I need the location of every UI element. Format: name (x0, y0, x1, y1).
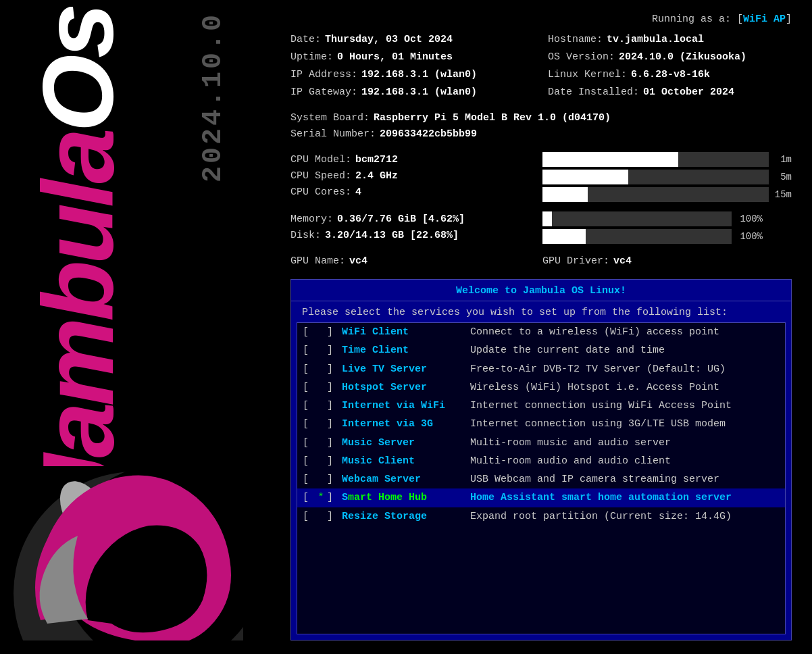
mem-disk-bars: 100% 100% (542, 211, 792, 244)
service-item[interactable]: [ ] Live TV Server Free-to-Air DVB-T2 TV… (297, 360, 785, 378)
disk-value: 3.20/14.13 GB [22.68%] (325, 228, 459, 244)
load-bar-5m: 5m (542, 170, 792, 184)
date-label: Date: (290, 32, 321, 48)
service-bracket-open: [ (303, 509, 315, 524)
hostname-value: tv.jambula.local (607, 32, 704, 48)
service-desc: Update the current date and time (470, 343, 780, 358)
service-bracket-close: ] (327, 361, 339, 377)
service-first-letter: W (342, 474, 348, 485)
service-item[interactable]: [ * ] Smart Home Hub Home Assistant smar… (297, 488, 785, 507)
service-first-letter: H (342, 382, 348, 393)
ip-value: 192.168.3.1 (wlan0) (361, 67, 477, 83)
disk-bar-row: 100% (542, 229, 792, 244)
cpu-info: CPU Model: bcm2712 CPU Speed: 2.4 GHz CP… (290, 152, 540, 201)
cpu-cores-value: 4 (355, 184, 361, 201)
mem-bar-label: 100% (736, 213, 763, 224)
memory-label: Memory: (290, 211, 333, 228)
service-bracket-open: [ (303, 490, 315, 505)
load-5m-label: 5m (773, 172, 792, 182)
mem-bar-row: 100% (542, 211, 792, 226)
service-desc: Expand root partition (Current size: 14.… (470, 509, 780, 524)
gateway-row: IP Gateway: 192.168.3.1 (wlan0) (290, 84, 534, 101)
kernel-value: 6.6.28-v8-16k (631, 67, 710, 83)
memory-disk-info: Memory: 0.36/7.76 GiB [4.62%] Disk: 3.20… (290, 211, 540, 244)
service-item[interactable]: [ ] Hotspot Server Wireless (WiFi) Hotsp… (297, 378, 785, 397)
version-label: 2024.10.0 (198, 12, 228, 182)
load-bar-15m: 15m (542, 187, 792, 202)
service-desc: Internet connection using 3G/LTE USB mod… (470, 416, 780, 432)
memory-disk-section: Memory: 0.36/7.76 GiB [4.62%] Disk: 3.20… (290, 211, 792, 244)
jambula-logo (14, 451, 243, 640)
service-desc: Internet connection using WiFi Access Po… (470, 398, 780, 413)
service-first-letter: R (342, 511, 348, 522)
running-as-label: Running as a: (652, 14, 731, 25)
service-item[interactable]: [ ] Internet via 3G Internet connection … (297, 415, 785, 433)
service-bracket-close: ] (327, 324, 339, 340)
service-name: WiFi Client (342, 324, 470, 340)
service-name: Internet via WiFi (342, 398, 470, 413)
services-list: [ ] WiFi Client Connect to a wireless (W… (297, 322, 786, 634)
service-desc: Wireless (WiFi) Hotspot i.e. Access Poin… (470, 380, 780, 395)
service-bracket-close: ] (327, 380, 339, 395)
service-first-letter: T (342, 345, 348, 356)
info-grid: Date: Thursday, 03 Oct 2024 Hostname: tv… (290, 32, 792, 101)
service-bracket-close: ] (327, 509, 339, 524)
service-item[interactable]: [ ] Webcam Server USB Webcam and IP came… (297, 470, 785, 488)
cpu-model-label: CPU Model: (290, 152, 351, 168)
service-desc: Multi-room music and audio server (470, 435, 780, 451)
top-bar: Running as a: [WiFi AP] (290, 14, 792, 25)
service-name: Internet via 3G (342, 416, 470, 432)
service-bracket-open: [ (303, 343, 315, 358)
welcome-panel: Welcome to Jambula OS Linux! Please sele… (290, 279, 792, 640)
service-desc: USB Webcam and IP camera streaming serve… (470, 472, 780, 487)
service-bracket-close: ] (327, 416, 339, 432)
service-bracket-close: ] (327, 453, 339, 469)
date-value: Thursday, 03 Oct 2024 (325, 32, 453, 48)
logo-os: Os (37, 7, 119, 132)
sidebar: JambulaOs 2024.10.0 (0, 0, 270, 654)
service-name: Music Client (342, 453, 470, 469)
service-bracket-open: [ (303, 435, 315, 451)
cpu-cores-label: CPU Cores: (290, 184, 351, 201)
service-name: Resize Storage (342, 509, 470, 524)
cpu-model-value: bcm2712 (355, 152, 398, 168)
date-installed-row: Date Installed: 01 October 2024 (548, 84, 792, 101)
service-first-letter: M (342, 437, 348, 449)
cpu-speed-label: CPU Speed: (290, 168, 351, 184)
service-desc: Home Assistant smart home automation ser… (470, 490, 780, 505)
system-board-value: Raspberry Pi 5 Model B Rev 1.0 (d04170) (374, 110, 611, 126)
service-name: Hotspot Server (342, 380, 470, 395)
disk-label: Disk: (290, 228, 321, 244)
kernel-row: Linux Kernel: 6.6.28-v8-16k (548, 67, 792, 83)
service-bracket-close: ] (327, 435, 339, 451)
main-content: Running as a: [WiFi AP] Date: Thursday, … (270, 0, 812, 654)
service-name: Webcam Server (342, 472, 470, 487)
service-item[interactable]: [ ] WiFi Client Connect to a wireless (W… (297, 323, 785, 341)
date-row: Date: Thursday, 03 Oct 2024 (290, 32, 534, 48)
service-item[interactable]: [ ] Music Client Multi-room audio and au… (297, 452, 785, 470)
service-first-letter: W (342, 326, 348, 338)
service-item[interactable]: [ ] Internet via WiFi Internet connectio… (297, 397, 785, 415)
serial-value: 209633422cb5bb99 (380, 126, 477, 143)
service-item[interactable]: [ ] Resize Storage Expand root partition… (297, 507, 785, 526)
service-item[interactable]: [ ] Music Server Multi-room music and au… (297, 434, 785, 452)
service-name: Music Server (342, 435, 470, 451)
service-item[interactable]: [ ] Time Client Update the current date … (297, 341, 785, 359)
disk-bar-label: 100% (736, 231, 763, 242)
cpu-speed-value: 2.4 GHz (355, 168, 398, 184)
uptime-label: Uptime: (290, 49, 333, 66)
gpu-name-label: GPU Name: (290, 253, 345, 270)
service-desc: Multi-room audio and audio client (470, 453, 780, 469)
logo-jambula: Jambula (37, 132, 119, 466)
load-bar-1m: 1m (542, 152, 792, 167)
service-bracket-open: [ (303, 380, 315, 395)
date-installed-label: Date Installed: (548, 84, 639, 101)
system-board-section: System Board: Raspberry Pi 5 Model B Rev… (290, 110, 792, 143)
load-1m-label: 1m (773, 154, 792, 165)
service-name: Live TV Server (342, 361, 470, 377)
running-as-value: WiFi AP (743, 14, 786, 25)
gateway-value: 192.168.3.1 (wlan0) (361, 84, 477, 101)
service-bracket-open: [ (303, 398, 315, 413)
ip-label: IP Address: (290, 67, 357, 83)
kernel-label: Linux Kernel: (548, 67, 627, 83)
